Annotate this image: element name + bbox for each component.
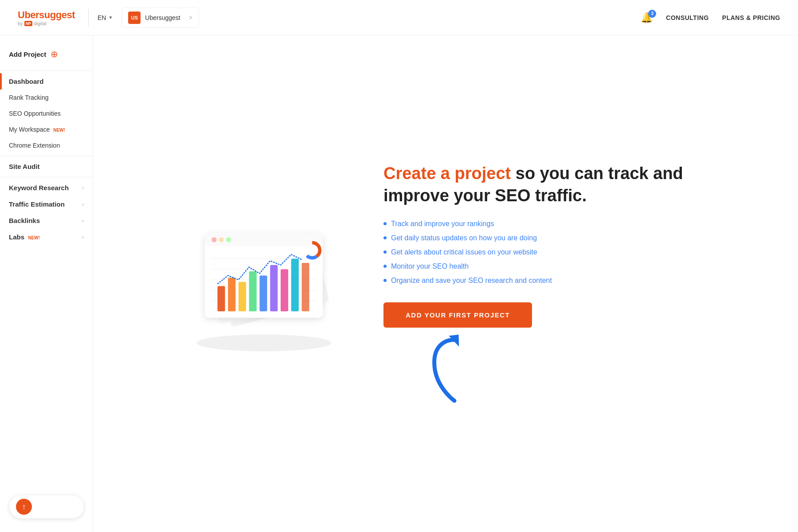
sidebar: Add Project ⊕ Dashboard Rank Tracking SE… — [0, 35, 93, 532]
svg-point-15 — [211, 237, 216, 242]
keyword-chevron-icon: › — [82, 185, 84, 191]
cta-arrow-illustration — [419, 332, 490, 403]
main-content: Create a project so you can track and im… — [93, 35, 798, 532]
sidebar-item-rank-tracking[interactable]: Rank Tracking — [0, 90, 93, 106]
sidebar-keyword-label: Keyword Research — [9, 184, 69, 192]
sidebar-item-chrome-extension[interactable]: Chrome Extension — [0, 137, 93, 153]
logo-sub: by NP digital — [18, 21, 75, 26]
sidebar-item-my-workspace[interactable]: My Workspace NEW! — [0, 121, 93, 137]
consulting-nav-link[interactable]: CONSULTING — [666, 14, 709, 21]
bullet-dot-1 — [383, 222, 387, 225]
add-project-label: Add Project — [9, 51, 46, 58]
feature-item-1: Track and improve your rankings — [383, 220, 712, 228]
svg-rect-27 — [260, 275, 267, 311]
labs-chevron-icon: › — [82, 234, 84, 240]
header-right: 🔔 3 CONSULTING PLANS & PRICING — [641, 12, 780, 23]
arrow-container — [419, 332, 490, 405]
header: Ubersuggest by NP digital EN ▼ US Ubersu… — [0, 0, 798, 35]
feature-text-3: Get alerts about critical issues on your… — [391, 248, 537, 256]
feature-list: Track and improve your rankings Get dail… — [383, 220, 712, 285]
headline-accent: Create a project — [383, 164, 511, 183]
np-badge: NP — [24, 21, 33, 26]
upgrade-float-button[interactable]: ↑ — [9, 495, 84, 519]
svg-point-17 — [226, 237, 231, 242]
feature-item-3: Get alerts about critical issues on your… — [383, 248, 712, 256]
sidebar-divider-3 — [0, 177, 93, 177]
feature-text-2: Get daily status updates on how you are … — [391, 234, 537, 242]
traffic-chevron-icon: › — [82, 201, 84, 207]
logo-by-text: by — [18, 21, 23, 26]
lang-selector[interactable]: EN ▼ — [98, 14, 113, 21]
right-content: Create a project so you can track and im… — [383, 163, 712, 405]
svg-point-16 — [219, 237, 223, 242]
add-project-section[interactable]: Add Project ⊕ — [0, 44, 93, 68]
sidebar-item-backlinks[interactable]: Backlinks › — [0, 212, 93, 229]
us-flag-badge: US — [128, 12, 141, 24]
content-wrapper: Create a project so you can track and im… — [180, 163, 712, 405]
add-project-icon: ⊕ — [51, 49, 58, 59]
cta-area: ADD YOUR FIRST PROJECT — [383, 302, 712, 405]
svg-rect-29 — [281, 269, 288, 311]
labs-new-badge: NEW! — [28, 235, 40, 240]
sidebar-dashboard-label: Dashboard — [9, 78, 43, 85]
sidebar-backlinks-label: Backlinks — [9, 217, 40, 224]
feature-text-1: Track and improve your rankings — [391, 220, 494, 228]
app-layout: Add Project ⊕ Dashboard Rank Tracking SE… — [0, 35, 798, 532]
feature-item-4: Monitor your SEO health — [383, 262, 712, 270]
sidebar-item-traffic-estimation[interactable]: Traffic Estimation › — [0, 196, 93, 212]
notification-button[interactable]: 🔔 3 — [641, 12, 653, 23]
logo-text: Ubersuggest — [18, 9, 75, 21]
svg-rect-26 — [249, 271, 257, 311]
svg-rect-25 — [239, 282, 246, 311]
project-selector[interactable]: US Ubersuggest > — [121, 8, 199, 28]
sidebar-site-audit-label: Site Audit — [9, 163, 39, 170]
sidebar-item-site-audit[interactable]: Site Audit — [0, 158, 93, 175]
feature-item-2: Get daily status updates on how you are … — [383, 234, 712, 242]
backlinks-chevron-icon: › — [82, 218, 84, 224]
logo-area: Ubersuggest by NP digital — [18, 9, 75, 26]
illustration-area — [180, 212, 348, 356]
main-headline: Create a project so you can track and im… — [383, 163, 712, 207]
bullet-dot-4 — [383, 265, 387, 268]
lang-label: EN — [98, 14, 106, 21]
logo-digital-text: digital — [34, 21, 47, 26]
feature-text-4: Monitor your SEO health — [391, 262, 469, 270]
add-first-project-button[interactable]: ADD YOUR FIRST PROJECT — [383, 302, 532, 328]
svg-rect-24 — [228, 278, 235, 311]
sidebar-divider-2 — [0, 156, 93, 156]
sidebar-labs-label: Labs NEW! — [9, 233, 40, 241]
svg-rect-23 — [218, 286, 225, 311]
svg-rect-28 — [270, 265, 278, 311]
sidebar-item-keyword-research[interactable]: Keyword Research › — [0, 180, 93, 196]
svg-rect-30 — [291, 258, 299, 311]
notification-badge: 3 — [648, 10, 656, 18]
sidebar-rank-tracking-label: Rank Tracking — [9, 94, 48, 101]
dashboard-illustration — [180, 212, 348, 356]
header-divider — [88, 9, 89, 27]
workspace-new-badge: NEW! — [53, 128, 65, 133]
active-indicator — [0, 73, 2, 90]
lang-chevron-icon: ▼ — [108, 15, 113, 20]
sidebar-seo-opps-label: SEO Opportunities — [9, 110, 61, 117]
sidebar-traffic-label: Traffic Estimation — [9, 200, 65, 208]
bullet-dot-5 — [383, 279, 387, 282]
sidebar-item-dashboard[interactable]: Dashboard — [0, 73, 93, 90]
svg-point-0 — [196, 334, 331, 351]
feature-text-5: Organize and save your SEO research and … — [391, 277, 552, 285]
feature-item-5: Organize and save your SEO research and … — [383, 277, 712, 285]
project-name-label: Ubersuggest — [145, 14, 180, 21]
bullet-dot-2 — [383, 236, 387, 239]
sidebar-chrome-label: Chrome Extension — [9, 142, 60, 149]
bullet-dot-3 — [383, 250, 387, 254]
sidebar-workspace-label: My Workspace NEW! — [9, 126, 65, 133]
sidebar-divider-1 — [0, 70, 93, 71]
plans-pricing-nav-link[interactable]: PLANS & PRICING — [722, 14, 780, 21]
svg-rect-31 — [302, 263, 309, 311]
sidebar-item-seo-opportunities[interactable]: SEO Opportunities — [0, 106, 93, 121]
project-arrow-icon: > — [189, 15, 192, 21]
sidebar-item-labs[interactable]: Labs NEW! › — [0, 229, 93, 245]
upgrade-circle-icon: ↑ — [16, 499, 32, 515]
